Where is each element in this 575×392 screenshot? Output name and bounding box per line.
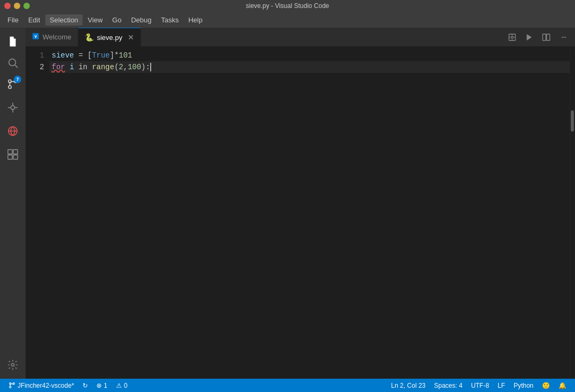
menu-view[interactable]: View bbox=[84, 14, 107, 26]
minimize-button[interactable] bbox=[14, 3, 20, 9]
explorer-icon[interactable] bbox=[3, 32, 22, 51]
code-line-2: for i in range(2,100): bbox=[50, 61, 570, 73]
python-tab-icon: 🐍 bbox=[85, 33, 94, 42]
svg-rect-15 bbox=[13, 150, 18, 154]
svg-point-2 bbox=[9, 59, 16, 66]
svg-rect-0 bbox=[11, 42, 14, 42]
source-control-badge: 7 bbox=[14, 76, 21, 83]
status-bar: JFincher42-vscode* ↻ ⊗ 1 ⚠ 0 Ln 2, Col 2… bbox=[0, 379, 575, 392]
errors-status[interactable]: ⊗ 1 bbox=[92, 379, 112, 392]
svg-rect-16 bbox=[8, 155, 12, 159]
svg-text:v: v bbox=[35, 34, 37, 39]
error-count: 1 bbox=[104, 382, 108, 389]
menu-edit[interactable]: Edit bbox=[24, 14, 44, 26]
sync-status[interactable]: ↻ bbox=[78, 379, 92, 392]
maximize-button[interactable] bbox=[23, 3, 30, 9]
line-numbers: 1 2 bbox=[26, 46, 50, 379]
indentation-status[interactable]: Spaces: 4 bbox=[430, 379, 466, 392]
token-for: for bbox=[52, 61, 65, 73]
svg-point-26 bbox=[10, 386, 11, 388]
close-button[interactable] bbox=[4, 3, 11, 9]
encoding-status[interactable]: UTF-8 bbox=[467, 379, 494, 392]
main-layout: 7 bbox=[0, 28, 575, 379]
menu-selection[interactable]: Selection bbox=[45, 14, 82, 26]
language-status[interactable]: Python bbox=[510, 379, 538, 392]
git-branch-text: JFincher42-vscode* bbox=[18, 382, 74, 389]
tab-bar: v Welcome 🐍 sieve.py ✕ bbox=[26, 28, 575, 46]
menu-debug[interactable]: Debug bbox=[127, 14, 155, 26]
extensions-icon[interactable] bbox=[3, 145, 22, 164]
tab-close-button[interactable]: ✕ bbox=[128, 33, 134, 42]
token-sieve: sieve bbox=[52, 50, 74, 61]
svg-point-18 bbox=[11, 363, 14, 366]
editor-area: v Welcome 🐍 sieve.py ✕ bbox=[26, 28, 575, 379]
menu-file[interactable]: File bbox=[3, 14, 23, 26]
status-right: Ln 2, Col 23 Spaces: 4 UTF-8 LF Python 🙂… bbox=[387, 379, 571, 392]
line-ending-text: LF bbox=[498, 382, 505, 389]
feedback-status[interactable]: 🙂 bbox=[538, 379, 554, 392]
code-editor[interactable]: 1 2 sieve = [True]*101 for i in range(2,… bbox=[26, 46, 575, 379]
scrollbar[interactable] bbox=[570, 46, 575, 379]
scrollbar-thumb[interactable] bbox=[571, 110, 574, 132]
cursor bbox=[150, 63, 151, 71]
code-line-1: sieve = [True]*101 bbox=[50, 50, 570, 61]
split-editor-button[interactable] bbox=[539, 30, 554, 45]
token-range: range bbox=[92, 61, 114, 73]
svg-line-3 bbox=[15, 65, 18, 68]
warning-count: 0 bbox=[124, 382, 128, 389]
svg-marker-23 bbox=[527, 34, 531, 40]
menu-bar: File Edit Selection View Go Debug Tasks … bbox=[0, 12, 575, 28]
warning-icon: ⚠ bbox=[116, 382, 122, 389]
tab-welcome-label: Welcome bbox=[43, 33, 71, 41]
line-ending-status[interactable]: LF bbox=[494, 379, 510, 392]
vscode-tab-icon: v bbox=[32, 32, 39, 42]
language-text: Python bbox=[514, 382, 533, 389]
warnings-status[interactable]: ⚠ 0 bbox=[112, 379, 132, 392]
tab-welcome[interactable]: v Welcome bbox=[26, 28, 78, 46]
remote-icon[interactable] bbox=[3, 121, 22, 141]
code-content[interactable]: sieve = [True]*101 for i in range(2,100)… bbox=[50, 46, 570, 379]
tab-sieve[interactable]: 🐍 sieve.py ✕ bbox=[78, 28, 141, 46]
open-preview-button[interactable] bbox=[505, 30, 520, 45]
svg-point-4 bbox=[9, 86, 12, 89]
window-controls bbox=[4, 3, 30, 9]
git-branch-status[interactable]: JFincher42-vscode* bbox=[4, 379, 78, 392]
svg-rect-17 bbox=[13, 155, 18, 159]
menu-help[interactable]: Help bbox=[184, 14, 207, 26]
toolbar-right: ··· bbox=[500, 28, 575, 46]
svg-rect-24 bbox=[543, 34, 546, 40]
notifications-status[interactable]: 🔔 bbox=[554, 379, 571, 392]
menu-go[interactable]: Go bbox=[108, 14, 126, 26]
line-number-1: 1 bbox=[26, 50, 44, 61]
tab-sieve-label: sieve.py bbox=[97, 34, 122, 42]
svg-rect-25 bbox=[547, 34, 550, 40]
smiley-icon: 🙂 bbox=[542, 382, 550, 389]
token-i: i bbox=[70, 61, 74, 73]
svg-point-22 bbox=[511, 36, 513, 38]
run-button[interactable] bbox=[522, 30, 537, 45]
search-icon[interactable] bbox=[3, 53, 22, 72]
encoding-text: UTF-8 bbox=[471, 382, 489, 389]
settings-icon[interactable] bbox=[3, 355, 22, 374]
title-bar: sieve.py - Visual Studio Code bbox=[0, 0, 575, 12]
svg-rect-14 bbox=[8, 150, 12, 154]
cursor-position-status[interactable]: Ln 2, Col 23 bbox=[387, 379, 430, 392]
more-actions-button[interactable]: ··· bbox=[556, 30, 571, 45]
indentation-text: Spaces: 4 bbox=[434, 382, 462, 389]
cursor-position-text: Ln 2, Col 23 bbox=[391, 382, 426, 389]
svg-rect-1 bbox=[11, 43, 13, 44]
line-number-2: 2 bbox=[26, 61, 44, 73]
menu-tasks[interactable]: Tasks bbox=[157, 14, 183, 26]
svg-point-7 bbox=[11, 105, 14, 109]
sync-icon: ↻ bbox=[83, 382, 88, 389]
debug-icon[interactable] bbox=[3, 98, 22, 117]
activity-bottom bbox=[3, 355, 22, 374]
error-icon: ⊗ bbox=[96, 382, 102, 389]
source-control-icon[interactable]: 7 bbox=[3, 75, 22, 94]
activity-bar: 7 bbox=[0, 28, 26, 379]
window-title: sieve.py - Visual Studio Code bbox=[246, 2, 330, 10]
bell-icon: 🔔 bbox=[558, 382, 566, 389]
